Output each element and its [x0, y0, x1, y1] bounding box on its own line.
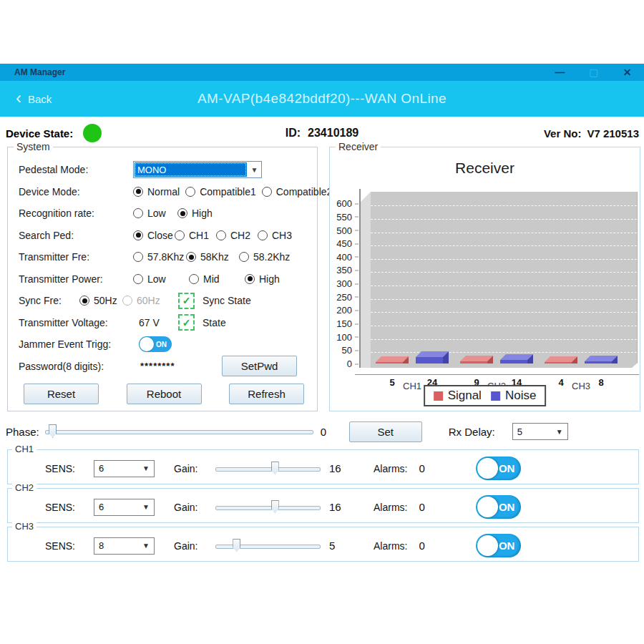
device-title: AM-VAP(b4e842bddf20)---WAN OnLine	[0, 81, 644, 117]
maximize-button[interactable]: ▢	[577, 64, 610, 81]
bar-noise-ch3	[585, 356, 618, 364]
radio-option-Low[interactable]: Low	[133, 208, 177, 219]
ch2-alarms-value: 0	[419, 501, 433, 513]
radio-option-57.8Khz[interactable]: 57.8Khz	[133, 251, 186, 263]
gridline	[371, 219, 637, 220]
radio-icon	[177, 208, 187, 218]
ch2-gain-value: 16	[329, 501, 348, 513]
y-tick-label: 350	[336, 265, 352, 275]
search-ped-label: Search Ped:	[19, 230, 133, 241]
transmitter-power-label: Transmitter Power:	[19, 273, 133, 285]
sync-fre-label: Sync Fre:	[19, 295, 79, 306]
phase-slider[interactable]	[45, 424, 313, 439]
receiver-group-label: Receiver	[336, 141, 381, 152]
bar-noise-ch2	[500, 354, 533, 364]
radio-option-CH2[interactable]: CH2	[216, 230, 258, 241]
bar-signal-ch2	[460, 356, 493, 364]
ch3-sens-dropdown[interactable]: 8 ▼	[94, 537, 155, 555]
sync-state-checkbox[interactable]	[178, 293, 195, 309]
rx-delay-value: 5	[517, 426, 522, 437]
radio-icon	[189, 274, 199, 284]
radio-option-label: CH1	[189, 230, 209, 241]
ch1-gain-slider[interactable]	[215, 462, 321, 476]
ch2-toggle[interactable]: ON	[476, 495, 521, 519]
radio-option-Close[interactable]: Close	[133, 230, 175, 241]
transmitter-power-row: Transmitter Power: LowMidHigh	[19, 268, 310, 291]
system-group-label: System	[14, 141, 53, 152]
gain-label: Gain:	[174, 502, 203, 513]
state-label: State	[203, 317, 226, 328]
radio-option-60Hz: 60Hz	[122, 295, 165, 306]
legend-label: Noise	[505, 389, 536, 403]
ch3-gain-slider-thumb[interactable]	[233, 539, 240, 552]
transmitter-fre-row: Transmitter Fre: 57.8Khz58Khz58.2Khz	[19, 246, 310, 268]
setpwd-button[interactable]: SetPwd	[222, 356, 297, 376]
reset-button[interactable]: Reset	[24, 384, 99, 404]
ch3-groupbox: CH3 SENS: 8 ▼ Gain: 5 Alarms: 0 ON	[7, 527, 639, 562]
device-mode-row: Device Mode: NormalCompatible1Compatible…	[19, 181, 310, 203]
y-tick-label: 250	[336, 291, 352, 302]
chevron-down-icon: ▼	[142, 542, 154, 550]
navbar: ‹ Back AM-VAP(b4e842bddf20)---WAN OnLine	[0, 81, 644, 117]
ch3-toggle[interactable]: ON	[476, 534, 521, 557]
set-button[interactable]: Set	[349, 421, 422, 442]
transmitter-power-radiogroup: LowMidHigh	[133, 273, 301, 285]
jammer-toggle[interactable]: ON	[139, 336, 172, 352]
radio-icon	[186, 252, 196, 262]
ch2-gain-slider-thumb[interactable]	[271, 500, 279, 514]
radio-icon	[239, 252, 249, 262]
radio-option-Low[interactable]: Low	[133, 273, 189, 285]
radio-option-label: 50Hz	[94, 295, 117, 306]
screen: AM Manager — ▢ ✕ ‹ Back AM-VAP(b4e842bdd…	[0, 0, 644, 644]
slider-track	[215, 506, 321, 510]
radio-option-Mid[interactable]: Mid	[189, 273, 245, 285]
window-controls: — ▢ ✕	[543, 64, 644, 81]
bar-signal-ch1	[376, 356, 409, 364]
radio-option-Compatible1[interactable]: Compatible1	[185, 186, 256, 197]
radio-icon	[79, 296, 89, 306]
alarms-label: Alarms:	[374, 502, 407, 513]
gridline	[371, 259, 637, 260]
radio-option-58Khz[interactable]: 58Khz	[186, 251, 239, 263]
sync-fre-radiogroup: 50Hz60Hz	[79, 295, 165, 306]
ch1-gain-slider-thumb[interactable]	[271, 462, 279, 475]
radio-option-High[interactable]: High	[177, 208, 222, 219]
ch1-toggle[interactable]: ON	[476, 457, 521, 480]
legend-item-noise: Noise	[491, 389, 536, 403]
radio-option-CH1[interactable]: CH1	[175, 230, 216, 241]
refresh-button[interactable]: Refresh	[229, 384, 304, 404]
ch2-sens-dropdown[interactable]: 6 ▼	[94, 499, 155, 516]
ch3-gain-slider[interactable]	[215, 539, 321, 553]
toggle-knob	[477, 497, 498, 517]
gridline	[371, 326, 637, 326]
ch2-gain-slider[interactable]	[215, 500, 321, 514]
ch1-sens-dropdown[interactable]: 6 ▼	[94, 460, 155, 477]
gridline	[371, 205, 637, 206]
radio-option-50Hz[interactable]: 50Hz	[79, 295, 122, 306]
toggle-knob	[140, 337, 154, 351]
radio-option-label: Close	[147, 230, 173, 241]
close-button[interactable]: ✕	[610, 64, 644, 81]
y-tick-label: 300	[336, 278, 352, 289]
ch3-toggle-state: ON	[499, 540, 515, 552]
rx-delay-dropdown[interactable]: 5 ▼	[512, 423, 568, 440]
ch1-alarms-value: 0	[419, 462, 433, 474]
ch3-gain-value: 5	[329, 540, 348, 552]
chart-3d-wall	[361, 189, 371, 368]
radio-option-Normal[interactable]: Normal	[133, 186, 180, 197]
reboot-button[interactable]: Reboot	[127, 384, 202, 404]
radio-option-58.2Khz[interactable]: 58.2Khz	[239, 251, 292, 263]
radio-option-CH3[interactable]: CH3	[258, 230, 299, 241]
y-tick-label: 500	[336, 225, 352, 235]
bar-group-ch2	[460, 354, 533, 364]
minimize-button[interactable]: —	[543, 64, 577, 81]
search-ped-row: Search Ped: CloseCH1CH2CH3	[19, 225, 310, 247]
pedestal-mode-dropdown[interactable]: MONO ▼	[133, 161, 262, 178]
radio-option-label: Compatible2	[276, 186, 333, 197]
radio-option-High[interactable]: High	[245, 273, 301, 285]
radio-option-Compatible2[interactable]: Compatible2	[262, 186, 333, 197]
phase-slider-thumb[interactable]	[49, 424, 57, 438]
transmitter-fre-radiogroup: 57.8Khz58Khz58.2Khz	[133, 251, 292, 263]
state-checkbox[interactable]	[178, 314, 195, 331]
sens-label: SENS:	[45, 463, 87, 474]
